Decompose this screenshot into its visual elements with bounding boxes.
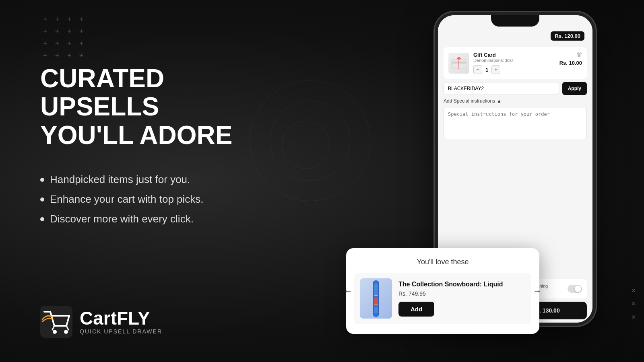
cart-item-price: Rs. 10.00	[559, 60, 582, 66]
headline: CURATED UPSELLS YOU'LL ADORE	[40, 64, 282, 149]
coupon-apply-button[interactable]: Apply	[562, 82, 587, 95]
svg-point-5	[458, 57, 460, 60]
qty-increase-button[interactable]: +	[491, 65, 500, 74]
special-instructions-wrap	[444, 107, 587, 141]
decorative-plus-grid: ++++ ++++ ++++ ++++	[40, 14, 86, 60]
upsell-product-price: Rs. 749.95	[398, 290, 526, 297]
logo-text: CartFLY QUICK UPSELL DRAWER	[80, 309, 162, 335]
cartfly-logo-icon	[40, 306, 72, 338]
svg-rect-12	[374, 304, 378, 304]
cart-item-info: Gift Card Denominations: $10 − 1 +	[473, 52, 555, 74]
cart-item-image	[448, 53, 469, 74]
special-instructions-textarea[interactable]	[444, 107, 587, 139]
feature-list: Handpicked items just for you. Enhance y…	[40, 173, 282, 225]
phone-notch	[491, 15, 539, 27]
right-content: Rs. 120.00 Gift Card Denomination	[346, 12, 620, 350]
logo-brand: CartFLY	[80, 309, 162, 327]
upsell-title: You'll love these	[354, 258, 531, 266]
decorative-x-marks: × × ×	[631, 286, 636, 322]
bullet-dot	[40, 197, 44, 202]
bullet-dot	[40, 178, 44, 182]
cart-item-name: Gift Card	[473, 52, 555, 58]
deco-circle-3	[282, 121, 330, 169]
coupon-row: Apply	[444, 82, 587, 95]
x-mark-1: ×	[631, 286, 636, 295]
list-item: Handpicked items just for you.	[40, 173, 282, 186]
svg-point-1	[53, 330, 57, 334]
cart-item-denomination: Denominations: $10	[473, 58, 555, 63]
logo-tagline: QUICK UPSELL DRAWER	[80, 328, 162, 335]
logo-area: CartFLY QUICK UPSELL DRAWER	[40, 306, 162, 338]
bullet-dot	[40, 217, 44, 221]
left-content: CURATED UPSELLS YOU'LL ADORE Handpicked …	[40, 64, 282, 257]
x-mark-2: ×	[631, 299, 636, 309]
coupon-input[interactable]	[444, 82, 559, 95]
cart-item-delete-button[interactable]: 🗑	[576, 51, 583, 58]
chevron-up-icon: ▲	[497, 98, 502, 104]
upsell-product: The Collection Snowboard: Liquid Rs. 749…	[354, 273, 531, 324]
qty-decrease-button[interactable]: −	[473, 65, 482, 74]
cart-item-qty-row: − 1 +	[473, 65, 555, 74]
upsell-nav-prev-button[interactable]: ←	[344, 286, 353, 296]
upsell-card: ← → You'll love these The Collection Sno…	[346, 248, 539, 334]
upsell-nav-next-button[interactable]: →	[533, 286, 542, 296]
headline-line1: CURATED UPSELLS	[40, 64, 282, 121]
qty-value: 1	[485, 67, 488, 73]
headline-line2: YOU'LL ADORE	[40, 121, 282, 149]
svg-rect-8	[374, 284, 378, 296]
svg-point-2	[64, 330, 68, 334]
upsell-product-name: The Collection Snowboard: Liquid	[398, 281, 526, 288]
insurance-toggle[interactable]	[568, 285, 582, 293]
cart-item: Gift Card Denominations: $10 − 1 + Rs. 1…	[444, 47, 587, 79]
list-item: Enhance your cart with top picks.	[40, 193, 282, 206]
special-instructions-toggle[interactable]: Add Special instructions ▲	[444, 98, 587, 104]
upsell-product-image	[360, 278, 392, 319]
upsell-add-button[interactable]: Add	[398, 302, 434, 317]
upsell-product-info: The Collection Snowboard: Liquid Rs. 749…	[398, 281, 526, 317]
svg-rect-11	[374, 295, 378, 296]
list-item: Discover more with every click.	[40, 213, 282, 225]
phone-header: Rs. 120.00	[438, 30, 592, 44]
x-mark-3: ×	[631, 313, 636, 322]
svg-rect-10	[374, 307, 378, 313]
total-price-badge: Rs. 120.00	[551, 31, 584, 41]
